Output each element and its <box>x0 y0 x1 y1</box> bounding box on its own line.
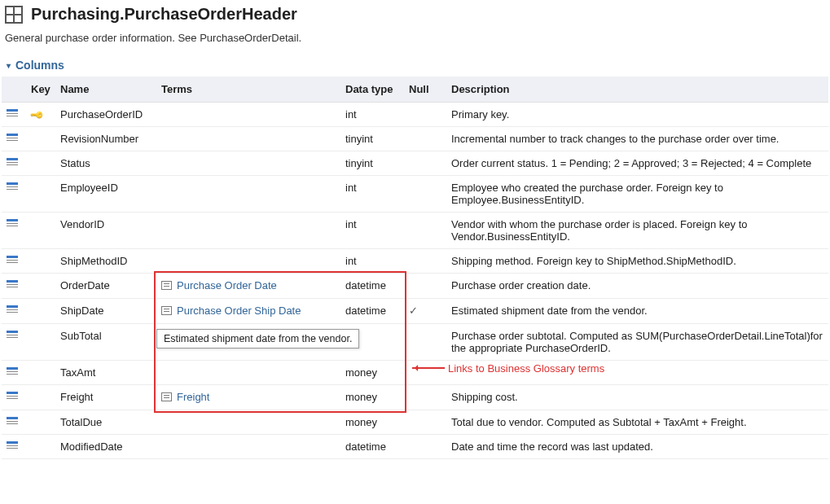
cell-icon <box>2 274 26 299</box>
cell-null <box>404 151 446 176</box>
cell-icon <box>2 249 26 274</box>
column-icon <box>7 109 18 118</box>
cell-terms: Purchase Order Ship Date <box>156 299 340 324</box>
cell-null <box>404 410 446 435</box>
column-icon <box>7 280 18 289</box>
table-row: ShipMethodIDintShipping method. Foreign … <box>2 249 828 274</box>
cell-name: PurchaseOrderID <box>55 103 156 127</box>
cell-null <box>404 103 446 127</box>
th-null: Null <box>404 77 446 103</box>
cell-key <box>26 274 55 299</box>
column-icon <box>7 182 18 191</box>
cell-name: Status <box>55 151 156 176</box>
key-icon: 🔑 <box>29 107 44 123</box>
th-name: Name <box>55 77 156 103</box>
column-icon <box>7 158 18 167</box>
cell-name: TotalDue <box>55 410 156 435</box>
cell-terms <box>156 213 340 249</box>
cell-description: Shipping cost. <box>446 385 828 410</box>
cell-key <box>26 410 55 435</box>
table-row: EmployeeIDintEmployee who created the pu… <box>2 176 828 213</box>
column-icon <box>7 392 18 401</box>
check-icon: ✓ <box>409 305 418 317</box>
arrow-left-icon <box>412 367 445 369</box>
cell-icon <box>2 435 26 459</box>
cell-datatype: int <box>340 249 404 274</box>
table-row: TotalDuemoneyTotal due to vendor. Comput… <box>2 410 828 435</box>
cell-name: RevisionNumber <box>55 127 156 151</box>
column-icon <box>7 219 18 228</box>
term-label: Freight <box>177 391 209 403</box>
cell-datatype: int <box>340 176 404 213</box>
cell-icon <box>2 213 26 249</box>
cell-icon <box>2 127 26 151</box>
cell-description: Purchase order subtotal. Computed as SUM… <box>446 324 828 361</box>
cell-datatype: datetime <box>340 435 404 459</box>
cell-datatype: money <box>340 410 404 435</box>
cell-datatype: datetime <box>340 299 404 324</box>
cell-description: Purchase order creation date. <box>446 274 828 299</box>
cell-datatype: money <box>340 385 404 410</box>
term-link[interactable]: Freight <box>161 391 209 403</box>
table-row: RevisionNumbertinyintIncremental number … <box>2 127 828 151</box>
cell-key <box>26 249 55 274</box>
cell-icon <box>2 385 26 410</box>
column-icon <box>7 256 18 265</box>
cell-datatype: tinyint <box>340 127 404 151</box>
term-link[interactable]: Purchase Order Ship Date <box>161 305 301 317</box>
cell-key <box>26 299 55 324</box>
glossary-icon <box>161 281 172 290</box>
cell-null <box>404 385 446 410</box>
cell-terms <box>156 361 340 385</box>
cell-key <box>26 324 55 361</box>
cell-description: Estimated shipment date from the vendor. <box>446 299 828 324</box>
cell-null <box>404 213 446 249</box>
cell-key: 🔑 <box>26 103 55 127</box>
cell-description: Vendor with whom the purchase order is p… <box>446 213 828 249</box>
cell-terms <box>156 435 340 459</box>
th-datatype: Data type <box>340 77 404 103</box>
annotation: Links to Business Glossary terms <box>412 362 604 375</box>
cell-terms <box>156 176 340 213</box>
cell-key <box>26 361 55 385</box>
cell-null <box>404 176 446 213</box>
table-row: SubTotalPurchase order subtotal. Compute… <box>2 324 828 361</box>
cell-terms <box>156 103 340 127</box>
page-header: Purchasing.PurchaseOrderHeader <box>2 0 828 27</box>
cell-description: Total due to vendor. Computed as Subtota… <box>446 410 828 435</box>
cell-datatype: int <box>340 103 404 127</box>
cell-description: Shipping method. Foreign key to ShipMeth… <box>446 249 828 274</box>
column-icon <box>7 417 18 426</box>
cell-description: Employee who created the purchase order.… <box>446 176 828 213</box>
cell-description: Primary key. <box>446 103 828 127</box>
cell-description: Date and time the record was last update… <box>446 435 828 459</box>
cell-datatype: datetime <box>340 274 404 299</box>
table-header-row: Key Name Terms Data type Null Descriptio… <box>2 77 828 103</box>
cell-icon <box>2 361 26 385</box>
cell-name: TaxAmt <box>55 361 156 385</box>
table-row: OrderDatePurchase Order DatedatetimePurc… <box>2 274 828 299</box>
cell-null: ✓ <box>404 299 446 324</box>
cell-name: ShipDate <box>55 299 156 324</box>
tooltip: Estimated shipment date from the vendor. <box>156 329 359 348</box>
cell-terms <box>156 249 340 274</box>
cell-description: Order current status. 1 = Pending; 2 = A… <box>446 151 828 176</box>
columns-table: Key Name Terms Data type Null Descriptio… <box>2 77 828 459</box>
cell-key <box>26 176 55 213</box>
th-icon <box>2 77 26 103</box>
page-title: Purchasing.PurchaseOrderHeader <box>31 5 297 24</box>
cell-name: ShipMethodID <box>55 249 156 274</box>
cell-datatype: int <box>340 213 404 249</box>
cell-terms: Freight <box>156 385 340 410</box>
th-terms: Terms <box>156 77 340 103</box>
cell-icon <box>2 299 26 324</box>
page-subtitle: General purchase order information. See … <box>2 27 828 57</box>
term-label: Purchase Order Date <box>177 279 277 291</box>
cell-key <box>26 151 55 176</box>
term-link[interactable]: Purchase Order Date <box>161 279 277 291</box>
section-columns-header[interactable]: ▾ Columns <box>2 57 828 77</box>
cell-null <box>404 324 446 361</box>
cell-name: EmployeeID <box>55 176 156 213</box>
table-row: VendorIDintVendor with whom the purchase… <box>2 213 828 249</box>
cell-null <box>404 274 446 299</box>
